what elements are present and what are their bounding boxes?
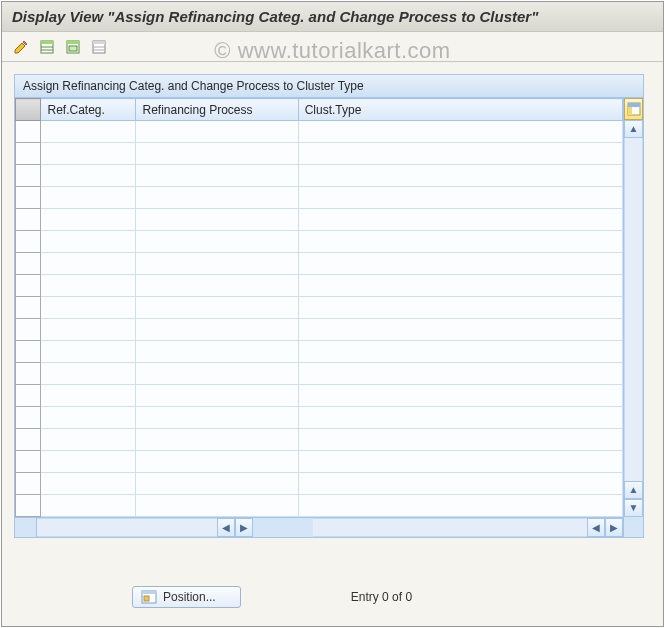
cell-clust-type[interactable] bbox=[298, 187, 622, 209]
cell-refinancing-process[interactable] bbox=[136, 297, 298, 319]
hscroll-track-left[interactable] bbox=[37, 518, 217, 537]
select-block-button[interactable] bbox=[62, 37, 84, 57]
table-row bbox=[16, 319, 623, 341]
deselect-all-button[interactable] bbox=[88, 37, 110, 57]
cell-clust-type[interactable] bbox=[298, 253, 622, 275]
cell-ref-categ[interactable] bbox=[41, 231, 136, 253]
cell-refinancing-process[interactable] bbox=[136, 231, 298, 253]
row-selector[interactable] bbox=[16, 451, 41, 473]
cell-ref-categ[interactable] bbox=[41, 407, 136, 429]
cell-ref-categ[interactable] bbox=[41, 253, 136, 275]
cell-clust-type[interactable] bbox=[298, 143, 622, 165]
cell-ref-categ[interactable] bbox=[41, 275, 136, 297]
cell-ref-categ[interactable] bbox=[41, 187, 136, 209]
cell-ref-categ[interactable] bbox=[41, 297, 136, 319]
table-row bbox=[16, 121, 623, 143]
hscroll-left-button[interactable]: ◀ bbox=[217, 518, 235, 537]
vscroll-up-button-2[interactable]: ▲ bbox=[624, 481, 643, 499]
select-all-button[interactable] bbox=[36, 37, 58, 57]
row-selector[interactable] bbox=[16, 429, 41, 451]
position-button[interactable]: Position... bbox=[132, 586, 241, 608]
vscroll-down-button[interactable]: ▼ bbox=[624, 499, 643, 517]
cell-clust-type[interactable] bbox=[298, 209, 622, 231]
column-header-refinancing-process[interactable]: Refinancing Process bbox=[136, 99, 298, 121]
cell-clust-type[interactable] bbox=[298, 297, 622, 319]
cell-clust-type[interactable] bbox=[298, 429, 622, 451]
cell-ref-categ[interactable] bbox=[41, 209, 136, 231]
cell-clust-type[interactable] bbox=[298, 451, 622, 473]
row-selector[interactable] bbox=[16, 165, 41, 187]
column-header-clust-type[interactable]: Clust.Type bbox=[298, 99, 622, 121]
cell-refinancing-process[interactable] bbox=[136, 275, 298, 297]
cell-clust-type[interactable] bbox=[298, 495, 622, 517]
row-selector[interactable] bbox=[16, 209, 41, 231]
cell-refinancing-process[interactable] bbox=[136, 187, 298, 209]
table-row bbox=[16, 253, 623, 275]
content-area: Assign Refinancing Categ. and Change Pro… bbox=[2, 62, 663, 550]
cell-ref-categ[interactable] bbox=[41, 341, 136, 363]
cell-ref-categ[interactable] bbox=[41, 121, 136, 143]
cell-clust-type[interactable] bbox=[298, 385, 622, 407]
cell-ref-categ[interactable] bbox=[41, 143, 136, 165]
cell-clust-type[interactable] bbox=[298, 473, 622, 495]
cell-refinancing-process[interactable] bbox=[136, 143, 298, 165]
cell-refinancing-process[interactable] bbox=[136, 451, 298, 473]
cell-refinancing-process[interactable] bbox=[136, 429, 298, 451]
cell-refinancing-process[interactable] bbox=[136, 385, 298, 407]
cell-clust-type[interactable] bbox=[298, 121, 622, 143]
row-selector[interactable] bbox=[16, 231, 41, 253]
cell-ref-categ[interactable] bbox=[41, 165, 136, 187]
table-row bbox=[16, 187, 623, 209]
row-selector[interactable] bbox=[16, 253, 41, 275]
cell-refinancing-process[interactable] bbox=[136, 473, 298, 495]
cell-refinancing-process[interactable] bbox=[136, 319, 298, 341]
row-selector[interactable] bbox=[16, 121, 41, 143]
cell-clust-type[interactable] bbox=[298, 363, 622, 385]
cell-refinancing-process[interactable] bbox=[136, 165, 298, 187]
row-selector-header[interactable] bbox=[16, 99, 41, 121]
hscroll-right-button-2[interactable]: ▶ bbox=[605, 518, 623, 537]
row-selector[interactable] bbox=[16, 407, 41, 429]
row-selector[interactable] bbox=[16, 363, 41, 385]
hscroll-track-right[interactable] bbox=[313, 518, 587, 537]
cell-ref-categ[interactable] bbox=[41, 319, 136, 341]
cell-ref-categ[interactable] bbox=[41, 363, 136, 385]
cell-refinancing-process[interactable] bbox=[136, 209, 298, 231]
table-row bbox=[16, 363, 623, 385]
cell-ref-categ[interactable] bbox=[41, 385, 136, 407]
cell-ref-categ[interactable] bbox=[41, 451, 136, 473]
cell-clust-type[interactable] bbox=[298, 275, 622, 297]
cell-refinancing-process[interactable] bbox=[136, 495, 298, 517]
row-selector[interactable] bbox=[16, 385, 41, 407]
row-selector[interactable] bbox=[16, 187, 41, 209]
cell-refinancing-process[interactable] bbox=[136, 253, 298, 275]
triangle-left-icon: ◀ bbox=[592, 523, 600, 533]
row-selector[interactable] bbox=[16, 341, 41, 363]
vscroll-up-button[interactable]: ▲ bbox=[624, 120, 643, 138]
table-settings-button[interactable] bbox=[624, 98, 643, 120]
column-header-ref-categ[interactable]: Ref.Categ. bbox=[41, 99, 136, 121]
row-selector[interactable] bbox=[16, 473, 41, 495]
table-row bbox=[16, 231, 623, 253]
hscroll-left-button-2[interactable]: ◀ bbox=[587, 518, 605, 537]
cell-ref-categ[interactable] bbox=[41, 429, 136, 451]
row-selector[interactable] bbox=[16, 319, 41, 341]
row-selector[interactable] bbox=[16, 495, 41, 517]
row-selector[interactable] bbox=[16, 297, 41, 319]
cell-clust-type[interactable] bbox=[298, 319, 622, 341]
cell-refinancing-process[interactable] bbox=[136, 363, 298, 385]
cell-clust-type[interactable] bbox=[298, 165, 622, 187]
row-selector[interactable] bbox=[16, 143, 41, 165]
cell-clust-type[interactable] bbox=[298, 407, 622, 429]
row-selector[interactable] bbox=[16, 275, 41, 297]
cell-refinancing-process[interactable] bbox=[136, 341, 298, 363]
cell-ref-categ[interactable] bbox=[41, 495, 136, 517]
hscroll-right-button[interactable]: ▶ bbox=[235, 518, 253, 537]
cell-ref-categ[interactable] bbox=[41, 473, 136, 495]
cell-clust-type[interactable] bbox=[298, 231, 622, 253]
cell-clust-type[interactable] bbox=[298, 341, 622, 363]
vscroll-track[interactable] bbox=[624, 138, 643, 481]
change-mode-button[interactable] bbox=[10, 37, 32, 57]
cell-refinancing-process[interactable] bbox=[136, 407, 298, 429]
cell-refinancing-process[interactable] bbox=[136, 121, 298, 143]
